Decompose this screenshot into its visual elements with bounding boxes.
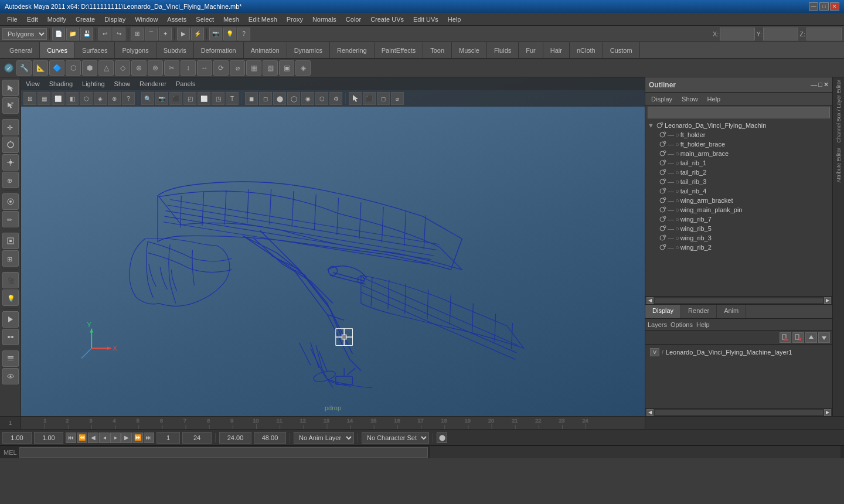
menu-window[interactable]: Window xyxy=(130,15,162,24)
tree-item-tail-rib-1[interactable]: — ○ tail_rib_1 xyxy=(645,158,832,168)
tb-redo[interactable]: ↪ xyxy=(113,28,125,40)
tb-snap-point[interactable]: ✦ xyxy=(159,28,172,40)
shelf-icon-11[interactable]: ↕ xyxy=(181,60,196,76)
soft-select[interactable] xyxy=(2,193,19,210)
shelf-tab-curves[interactable]: Curves xyxy=(40,42,75,58)
render-btn[interactable] xyxy=(2,311,19,328)
range-end-field[interactable] xyxy=(254,432,286,444)
hscroll-right[interactable]: ▶ xyxy=(824,297,831,304)
vp-tb-1[interactable]: ⊞ xyxy=(23,92,36,105)
shelf-icon-9[interactable]: ⊗ xyxy=(148,60,163,76)
move-tool[interactable]: ✛ xyxy=(2,119,19,135)
outliner-close[interactable]: ✕ xyxy=(823,81,829,88)
step-forward[interactable]: ⏩ xyxy=(132,433,143,443)
scale-tool[interactable] xyxy=(2,154,19,171)
vp-tb-19[interactable]: ◯ xyxy=(287,92,300,105)
timeline-ruler[interactable]: 1 2 3 4 5 6 7 8 9 10 11 xyxy=(21,417,645,429)
vp-menu-lighting[interactable]: Lighting xyxy=(80,79,107,88)
next-keyframe[interactable]: ▶ xyxy=(121,433,132,443)
menu-create[interactable]: Create xyxy=(71,15,100,24)
le-tb-new[interactable] xyxy=(780,332,791,343)
vp-tb-12[interactable]: ◰ xyxy=(183,92,196,105)
vp-tb-7[interactable]: ⊕ xyxy=(108,92,121,105)
vp-menu-panels[interactable]: Panels xyxy=(173,79,198,88)
play-forward[interactable]: ▸ xyxy=(110,433,121,443)
camera-tool[interactable]: 🎥 xyxy=(2,272,19,288)
outliner-maximize[interactable]: □ xyxy=(818,81,822,88)
shelf-icon-16[interactable]: ▧ xyxy=(263,60,278,76)
shelf-icon-10[interactable]: ✂ xyxy=(164,60,179,76)
attribute-editor-label[interactable]: Attribute Editor xyxy=(836,145,842,185)
shelf-tab-surfaces[interactable]: Surfaces xyxy=(75,42,115,58)
rotate-tool[interactable] xyxy=(2,137,19,153)
shelf-icon-12[interactable]: ↔ xyxy=(197,60,212,76)
vp-tb-21[interactable]: ⬡ xyxy=(315,92,328,105)
menu-color[interactable]: Color xyxy=(341,15,366,24)
ol-show[interactable]: Show xyxy=(678,94,702,104)
shelf-tab-general[interactable]: General xyxy=(2,42,40,58)
snap-live[interactable]: ⊞ xyxy=(2,250,19,267)
le-hscroll-track[interactable] xyxy=(655,410,823,415)
tree-item-tail-rib-4[interactable]: — ○ tail_rib_4 xyxy=(645,186,832,196)
outliner-minimize[interactable]: — xyxy=(811,81,817,88)
le-sub-help[interactable]: Help xyxy=(696,321,710,328)
vp-tb-8[interactable]: ? xyxy=(122,92,135,105)
vp-tb-15[interactable]: T xyxy=(226,92,239,105)
layer-btn[interactable] xyxy=(2,350,19,367)
tb-ipr[interactable]: ⚡ xyxy=(191,28,204,40)
shelf-tab-dynamics[interactable]: Dynamics xyxy=(287,42,330,58)
menu-edit-mesh[interactable]: Edit Mesh xyxy=(244,15,282,24)
menu-display[interactable]: Display xyxy=(100,15,130,24)
y-field[interactable] xyxy=(763,28,798,40)
tb-save[interactable]: 💾 xyxy=(80,28,93,40)
tb-render[interactable]: ▶ xyxy=(177,28,190,40)
select-tool[interactable] xyxy=(2,80,19,96)
frame-end-field[interactable] xyxy=(182,432,212,444)
shelf-tab-hair[interactable]: Hair xyxy=(543,42,570,58)
le-tab-render[interactable]: Render xyxy=(681,305,717,318)
le-tb-delete[interactable] xyxy=(792,332,804,343)
tree-item-wing-rib-2[interactable]: — ○ wing_rib_2 xyxy=(645,243,832,252)
menu-edit-uvs[interactable]: Edit UVs xyxy=(409,15,443,24)
menu-modify[interactable]: Modify xyxy=(43,15,71,24)
frame-input-field[interactable] xyxy=(156,432,180,444)
channel-box-label[interactable]: Channel Box / Layer Editor xyxy=(836,77,842,145)
vp-tb-10[interactable]: 📷 xyxy=(155,92,168,105)
vp-tb-5[interactable]: ⬡ xyxy=(80,92,93,105)
vp-tb-22[interactable]: ⚙ xyxy=(329,92,342,105)
tree-item-tail-rib-3[interactable]: — ○ tail_rib_3 xyxy=(645,177,832,186)
vp-tb-13[interactable]: ⬜ xyxy=(198,92,210,105)
vp-tb-2[interactable]: ▦ xyxy=(38,92,50,105)
tree-item-wing-rib-5[interactable]: — ○ wing_rib_5 xyxy=(645,224,832,233)
shelf-icon-6[interactable]: △ xyxy=(98,60,114,76)
layer-visibility-btn[interactable]: V xyxy=(650,348,659,356)
vp-tb-6[interactable]: ◈ xyxy=(94,92,107,105)
vp-tb-14[interactable]: ◳ xyxy=(212,92,224,105)
shelf-tab-animation[interactable]: Animation xyxy=(244,42,287,58)
shelf-tab-rendering[interactable]: Rendering xyxy=(330,42,375,58)
frame-start-field[interactable] xyxy=(2,432,32,444)
shelf-icon-1[interactable]: 🔧 xyxy=(16,60,32,76)
hscroll-track[interactable] xyxy=(655,298,823,303)
x-field[interactable] xyxy=(720,28,755,40)
tree-item-wing-arm-bracket[interactable]: — ○ wing_arm_bracket xyxy=(645,196,832,205)
frame-current-field[interactable] xyxy=(34,432,63,444)
mode-dropdown[interactable]: Polygons xyxy=(2,28,47,40)
light-tool[interactable]: 💡 xyxy=(2,290,19,306)
vp-tb-3[interactable]: ⬜ xyxy=(52,92,64,105)
skip-to-start[interactable]: ⏮ xyxy=(66,433,76,443)
shelf-tab-fluids[interactable]: Fluids xyxy=(487,42,519,58)
shelf-tab-polygons[interactable]: Polygons xyxy=(115,42,156,58)
prev-keyframe[interactable]: ◀ xyxy=(88,433,98,443)
vp-menu-renderer[interactable]: Renderer xyxy=(137,79,169,88)
shelf-tab-custom[interactable]: Custom xyxy=(603,42,640,58)
vp-tb-23[interactable]: ⬛ xyxy=(363,92,376,105)
shelf-icon-5[interactable]: ⬢ xyxy=(82,60,97,76)
tb-help[interactable]: ? xyxy=(237,28,250,40)
minimize-button[interactable]: — xyxy=(809,2,818,11)
tb-open[interactable]: 📁 xyxy=(66,28,79,40)
close-button[interactable]: ✕ xyxy=(830,2,839,11)
paint-select-tool[interactable] xyxy=(2,97,19,114)
vp-tb-20[interactable]: ◉ xyxy=(301,92,314,105)
le-hscroll-left[interactable]: ◀ xyxy=(646,409,654,416)
